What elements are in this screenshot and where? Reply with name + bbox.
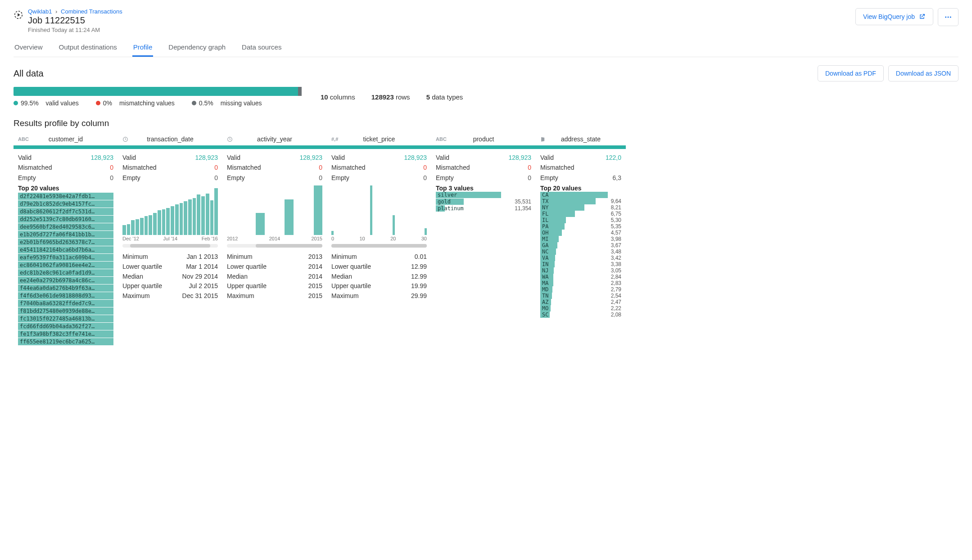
summary-row: 99.5% valid values 0% mismatching values… (14, 87, 958, 107)
histogram-bar (314, 185, 322, 235)
value-bar-row[interactable]: MO2,22 (540, 305, 621, 312)
type-datetime-icon (122, 136, 128, 142)
column-header[interactable]: transaction_date (118, 133, 222, 145)
tab-data-sources[interactable]: Data sources (241, 40, 282, 57)
more-actions-button[interactable] (938, 8, 958, 26)
column-header[interactable]: address_state (536, 133, 626, 145)
page-title: Job 11222515 (28, 15, 122, 26)
hash-value[interactable]: e1b205d727fa06f841bb1b… (18, 231, 113, 238)
value-bar-row[interactable]: silver (436, 192, 531, 198)
histogram-bar (193, 198, 196, 235)
column-name: activity_year (257, 135, 292, 143)
download-json-button[interactable]: Download as JSON (888, 65, 958, 81)
value-bar-row[interactable]: VA3,42 (540, 255, 621, 261)
hash-value[interactable]: dd252e5139c7c80db69160… (18, 216, 113, 223)
value-bar-row[interactable]: gold35,531 (436, 199, 531, 205)
histogram-bar (175, 204, 179, 235)
legend-missing: 0.5% missing values (192, 99, 262, 107)
value-bar-row[interactable]: CA (540, 192, 621, 198)
column-quality-bar (431, 145, 536, 149)
type-datetime-icon (227, 136, 233, 142)
hash-value[interactable]: e45411842164bca6bd7b6a… (18, 246, 113, 253)
hash-value[interactable]: ff655ee81219ec6bc7a625… (18, 338, 113, 345)
column-header[interactable]: #,# ticket_price (327, 133, 431, 145)
hash-value[interactable]: edc81b2e8c961ca0fad1d9… (18, 269, 113, 276)
column-quality-bar (118, 145, 222, 149)
breadcrumb: Qwiklab1 › Combined Transactions (28, 8, 122, 15)
column-name: address_state (561, 135, 601, 143)
hash-value[interactable]: e2b01bf6965bd2636378c7… (18, 239, 113, 246)
hash-value[interactable]: f4f6d3e061de9818808d93… (18, 292, 113, 299)
value-bar-row[interactable]: GA3,67 (540, 242, 621, 248)
column-header[interactable]: activity_year (222, 133, 327, 145)
range-brush[interactable] (227, 244, 322, 248)
columns-wrap: ABC customer_id Valid128,923 Mismatched0… (14, 133, 958, 349)
value-bar-row[interactable]: FL6,75 (540, 211, 621, 217)
value-bar-row[interactable]: NY8,21 (540, 204, 621, 211)
view-bigquery-label: View BigQuery job (863, 13, 915, 20)
value-bar-row[interactable]: WA2,84 (540, 274, 621, 280)
histogram-bar (180, 203, 183, 235)
histogram-bar (188, 199, 192, 235)
breadcrumb-root[interactable]: Qwiklab1 (28, 8, 52, 15)
view-bigquery-job-button[interactable]: View BigQuery job (855, 8, 933, 25)
header-text: Qwiklab1 › Combined Transactions Job 112… (28, 8, 122, 33)
value-bar-row[interactable]: IL5,30 (540, 217, 621, 223)
hash-value[interactable]: fcd66fdd69b04ada362f27… (18, 323, 113, 330)
value-bar-row[interactable]: PA5,35 (540, 223, 621, 230)
download-pdf-button[interactable]: Download as PDF (818, 65, 884, 81)
summary-stats: 10 columns 128923 rows 5 data types (321, 93, 463, 101)
column-name: product (473, 135, 494, 143)
hash-value[interactable]: f44ea6a0da6276b4b9f63a… (18, 285, 113, 292)
histogram-bar (256, 213, 264, 235)
product-bars: silvergold35,531platinum11,354 (436, 192, 531, 212)
value-bar-row[interactable]: MI3,98 (540, 236, 621, 242)
tab-output-destinations[interactable]: Output destinations (58, 40, 118, 57)
histogram-bar (122, 225, 126, 235)
data-quality-bar (14, 87, 302, 96)
column-header[interactable]: ABC product (431, 133, 536, 145)
value-bar-row[interactable]: OH4,57 (540, 230, 621, 236)
hash-value[interactable]: ec86041062fa90816ee4e2… (18, 262, 113, 269)
hash-value[interactable]: d79e2b1c852dc9eb4157fc… (18, 200, 113, 208)
value-bar-row[interactable]: TN2,54 (540, 293, 621, 299)
tab-overview[interactable]: Overview (14, 40, 44, 57)
hash-value[interactable]: ee24e0a2792b6978a4c86c… (18, 277, 113, 284)
value-bar-row[interactable]: MD2,79 (540, 286, 621, 293)
svg-point-2 (948, 17, 949, 18)
histogram-bar (370, 185, 372, 235)
histogram-bar (127, 224, 131, 235)
type-number-icon: #,# (331, 136, 338, 142)
column-header[interactable]: ABC customer_id (14, 133, 118, 145)
histogram-bar (136, 219, 139, 235)
breadcrumb-page[interactable]: Combined Transactions (61, 8, 122, 15)
value-bar-row[interactable]: platinum11,354 (436, 205, 531, 212)
histogram-bar (331, 231, 334, 235)
tab-profile[interactable]: Profile (132, 40, 154, 57)
hash-value[interactable]: fe1f3a98bf382c3ffe741e… (18, 330, 113, 338)
range-brush[interactable] (122, 244, 218, 248)
rows-count: 128923 rows (371, 93, 410, 101)
value-bar-row[interactable]: NJ3,05 (540, 267, 621, 274)
results-profile-title: Results profile by column (14, 118, 958, 128)
legend-mismatch: 0% mismatching values (96, 99, 175, 107)
hash-value[interactable]: f81bdd275480e0939de88e… (18, 307, 113, 315)
hash-value[interactable]: d2f22481e5938e42a7fdb1… (18, 193, 113, 200)
dot-icon (14, 101, 18, 105)
value-bar-row[interactable]: MA2,83 (540, 280, 621, 286)
value-bar-row[interactable]: AZ2,47 (540, 299, 621, 305)
value-bar-row[interactable]: TX9,64 (540, 198, 621, 204)
hash-value[interactable]: eafe95397f0a311ac609b4… (18, 254, 113, 261)
value-bar-row[interactable]: IN3,38 (540, 261, 621, 267)
hash-value[interactable]: dee9560bf28ed4029583c6… (18, 223, 113, 230)
value-bar-row[interactable]: SC2,08 (540, 312, 621, 318)
histogram-bar (210, 200, 214, 235)
range-brush[interactable] (331, 244, 427, 248)
value-bar-row[interactable]: NC3,48 (540, 248, 621, 255)
column-card-transaction-date: transaction_date Valid128,923 Mismatched… (118, 133, 222, 349)
hash-value[interactable]: f7040ba8a63282ffded7c9… (18, 300, 113, 307)
tab-dependency-graph[interactable]: Dependency graph (167, 40, 226, 57)
hash-value[interactable]: fc13015f0227485a46813b… (18, 315, 113, 322)
histogram-bar (158, 210, 161, 235)
hash-value[interactable]: d8abc8620612f2df7c531d… (18, 208, 113, 215)
